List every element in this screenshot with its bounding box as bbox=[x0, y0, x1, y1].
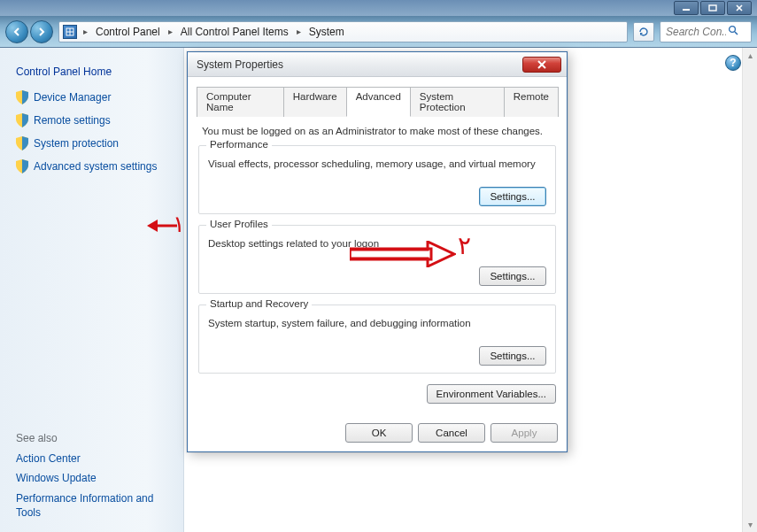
sidebar-item-label: Device Manager bbox=[34, 91, 111, 104]
nav-arrows bbox=[5, 20, 53, 43]
group-title: Performance bbox=[206, 139, 272, 150]
tab-computer-name[interactable]: Computer Name bbox=[197, 87, 284, 117]
search-icon bbox=[728, 25, 738, 38]
window-controls bbox=[674, 1, 752, 15]
sidebar-item-label: Remote settings bbox=[34, 114, 111, 127]
apply-button[interactable]: Apply bbox=[491, 423, 558, 443]
forward-button[interactable] bbox=[30, 20, 53, 43]
shield-icon bbox=[16, 159, 28, 173]
close-window-button[interactable] bbox=[727, 1, 752, 15]
back-button[interactable] bbox=[5, 20, 28, 43]
sidebar-item-system-protection[interactable]: System protection bbox=[16, 136, 171, 150]
cancel-button[interactable]: Cancel bbox=[418, 423, 485, 443]
dialog-tabstrip: Computer Name Hardware Advanced System P… bbox=[197, 86, 558, 117]
shield-icon bbox=[16, 113, 28, 127]
tab-system-protection[interactable]: System Protection bbox=[410, 87, 505, 117]
breadcrumb-item[interactable]: System bbox=[307, 26, 346, 38]
group-title: User Profiles bbox=[206, 219, 272, 229]
address-bar[interactable]: ▸ Control Panel ▸ All Control Panel Item… bbox=[58, 21, 628, 42]
sidebar-item-remote-settings[interactable]: Remote settings bbox=[16, 113, 171, 127]
svg-point-7 bbox=[730, 27, 736, 33]
explorer-navbar: ▸ Control Panel ▸ All Control Panel Item… bbox=[0, 16, 757, 48]
chevron-right-icon[interactable]: ▸ bbox=[166, 27, 175, 36]
dialog-title: System Properties bbox=[197, 58, 283, 71]
tab-remote[interactable]: Remote bbox=[504, 87, 559, 117]
see-also-action-center[interactable]: Action Center bbox=[16, 451, 171, 466]
maximize-button[interactable] bbox=[700, 1, 725, 15]
control-panel-icon bbox=[63, 25, 77, 39]
see-also-heading: See also bbox=[16, 432, 171, 444]
dialog-footer: OK Cancel Apply bbox=[188, 418, 567, 451]
svg-line-8 bbox=[735, 32, 738, 35]
search-input[interactable] bbox=[664, 25, 728, 39]
see-also-performance-info[interactable]: Performance Information and Tools bbox=[16, 491, 171, 520]
admin-note: You must be logged on as an Administrato… bbox=[202, 126, 554, 136]
tab-advanced[interactable]: Advanced bbox=[346, 87, 411, 117]
group-title: Startup and Recovery bbox=[206, 298, 312, 309]
environment-variables-button[interactable]: Environment Variables... bbox=[427, 384, 556, 404]
user-profiles-settings-button[interactable]: Settings... bbox=[479, 266, 546, 286]
refresh-button[interactable] bbox=[633, 22, 654, 42]
chevron-right-icon[interactable]: ▸ bbox=[294, 27, 304, 36]
breadcrumb-item[interactable]: All Control Panel Items bbox=[179, 26, 290, 38]
scroll-down-icon[interactable]: ▾ bbox=[743, 517, 757, 532]
control-panel-home-link[interactable]: Control Panel Home bbox=[16, 66, 171, 78]
sidebar: Control Panel Home Device Manager Remote… bbox=[0, 48, 184, 532]
ok-button[interactable]: OK bbox=[345, 423, 413, 443]
sidebar-item-advanced-system-settings[interactable]: Advanced system settings bbox=[16, 159, 171, 173]
system-properties-dialog: System Properties Computer Name Hardware… bbox=[187, 51, 568, 452]
window-titlebar bbox=[0, 0, 757, 16]
user-profiles-group: User Profiles Desktop settings related t… bbox=[198, 225, 556, 294]
sidebar-item-label: Advanced system settings bbox=[34, 160, 157, 173]
dialog-titlebar[interactable]: System Properties bbox=[188, 52, 567, 77]
dialog-close-button[interactable] bbox=[522, 57, 561, 73]
sidebar-item-label: System protection bbox=[34, 137, 119, 150]
search-box[interactable] bbox=[660, 21, 752, 42]
see-also-windows-update[interactable]: Windows Update bbox=[16, 471, 171, 485]
group-desc: Desktop settings related to your logon bbox=[208, 238, 546, 249]
sidebar-item-device-manager[interactable]: Device Manager bbox=[16, 90, 171, 104]
vertical-scrollbar[interactable]: ▴ ▾ bbox=[742, 48, 757, 532]
minimize-button[interactable] bbox=[674, 1, 699, 15]
breadcrumb-item[interactable]: Control Panel bbox=[94, 26, 162, 38]
group-desc: System startup, system failure, and debu… bbox=[208, 318, 546, 328]
chevron-right-icon[interactable]: ▸ bbox=[81, 27, 90, 36]
group-desc: Visual effects, processor scheduling, me… bbox=[208, 158, 546, 169]
shield-icon bbox=[16, 136, 28, 150]
svg-rect-1 bbox=[709, 5, 716, 11]
startup-recovery-group: Startup and Recovery System startup, sys… bbox=[198, 305, 556, 374]
tab-hardware[interactable]: Hardware bbox=[283, 87, 347, 117]
scroll-up-icon[interactable]: ▴ bbox=[743, 48, 757, 63]
performance-settings-button[interactable]: Settings... bbox=[479, 187, 546, 206]
help-icon[interactable]: ? bbox=[725, 55, 741, 71]
shield-icon bbox=[16, 90, 28, 104]
performance-group: Performance Visual effects, processor sc… bbox=[198, 145, 556, 214]
startup-recovery-settings-button[interactable]: Settings... bbox=[479, 346, 546, 366]
dialog-body: Computer Name Hardware Advanced System P… bbox=[188, 77, 567, 418]
